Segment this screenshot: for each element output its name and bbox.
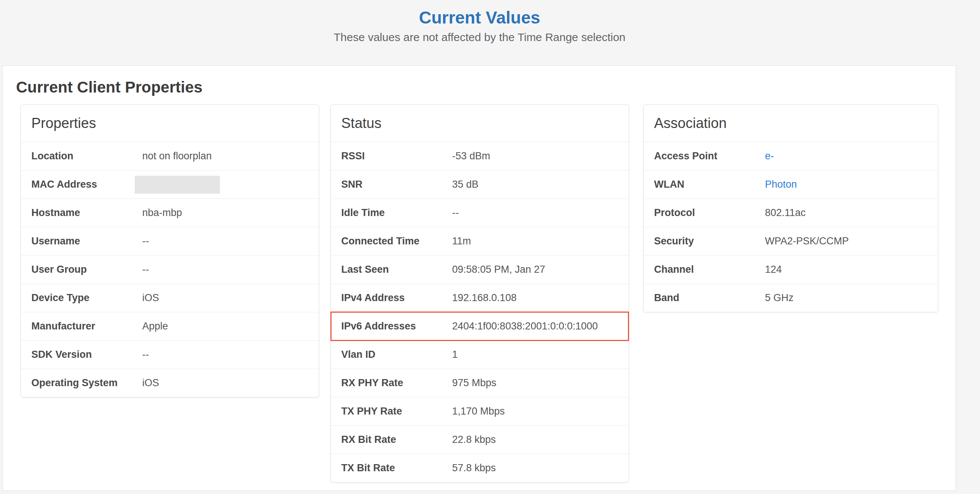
- property-label: User Group: [31, 264, 142, 275]
- property-value: 2404:1f00:8038:2001:0:0:0:1000: [452, 321, 598, 332]
- property-label: Hostname: [31, 207, 142, 219]
- property-label: Username: [31, 235, 142, 247]
- panel-title-association: Association: [644, 105, 938, 142]
- property-label: RX Bit Rate: [341, 434, 452, 445]
- property-label: Security: [654, 235, 765, 247]
- property-label: Operating System: [31, 377, 142, 389]
- property-label: SNR: [341, 179, 452, 190]
- property-row-vlan-id: Vlan ID1: [331, 341, 629, 369]
- property-label: IPv6 Addresses: [341, 321, 452, 332]
- property-label: Last Seen: [341, 264, 452, 275]
- property-label: WLAN: [654, 179, 765, 190]
- card-heading: Current Client Properties: [16, 78, 956, 96]
- property-value: iOS: [142, 377, 159, 389]
- property-row-ipv6-addresses: IPv6 Addresses2404:1f00:8038:2001:0:0:0:…: [331, 312, 629, 341]
- panel-title-properties: Properties: [21, 105, 319, 142]
- property-row-snr: SNR35 dB: [331, 170, 629, 199]
- property-row-security: SecurityWPA2-PSK/CCMP: [644, 227, 938, 256]
- property-value: 1: [452, 349, 458, 361]
- property-row-protocol: Protocol802.11ac: [644, 199, 938, 227]
- property-value: iOS: [142, 292, 159, 304]
- property-label: Manufacturer: [31, 321, 142, 332]
- page-subtitle: These values are not affected by the Tim…: [2, 31, 957, 44]
- property-row-rx-bit-rate: RX Bit Rate22.8 kbps: [331, 426, 629, 454]
- page-header: Current Values These values are not affe…: [2, 0, 957, 44]
- property-label: Idle Time: [341, 207, 452, 219]
- property-row-access-point: Access Pointe-: [644, 142, 938, 170]
- panel-association: AssociationAccess Pointe-WLANPhotonProto…: [643, 105, 938, 312]
- property-label: SDK Version: [31, 349, 142, 361]
- property-row-idle-time: Idle Time--: [331, 199, 629, 227]
- property-value: 11m: [452, 235, 471, 247]
- property-row-connected-time: Connected Time11m: [331, 227, 629, 256]
- property-value-link[interactable]: Photon: [765, 179, 797, 190]
- property-row-user-group: User Group--: [21, 256, 319, 284]
- property-row-manufacturer: ManufacturerApple: [21, 312, 319, 341]
- property-row-band: Band5 GHz: [644, 284, 938, 312]
- panels-container: PropertiesLocationnot on floorplanMAC Ad…: [21, 105, 938, 483]
- property-label: Connected Time: [341, 235, 452, 247]
- property-label: RSSI: [341, 150, 452, 162]
- property-row-location: Locationnot on floorplan: [21, 142, 319, 170]
- property-value: 124: [765, 264, 782, 275]
- property-value-link[interactable]: e-: [765, 150, 774, 162]
- property-value: 09:58:05 PM, Jan 27: [452, 264, 545, 275]
- property-label: Vlan ID: [341, 349, 452, 361]
- panel-status: StatusRSSI-53 dBmSNR35 dBIdle Time--Conn…: [330, 105, 629, 483]
- property-value: 57.8 kbps: [452, 462, 496, 474]
- property-label: Protocol: [654, 207, 765, 219]
- property-row-last-seen: Last Seen09:58:05 PM, Jan 27: [331, 256, 629, 284]
- property-row-operating-system: Operating SystemiOS: [21, 369, 319, 397]
- property-value: 192.168.0.108: [452, 292, 517, 304]
- property-row-mac-address: MAC Address: [21, 170, 319, 199]
- property-label: TX PHY Rate: [341, 405, 452, 417]
- page-title: Current Values: [2, 8, 957, 27]
- property-row-tx-phy-rate: TX PHY Rate1,170 Mbps: [331, 397, 629, 426]
- property-row-username: Username--: [21, 227, 319, 256]
- panel-title-status: Status: [331, 105, 629, 142]
- property-value: --: [142, 264, 149, 275]
- property-label: Channel: [654, 264, 765, 275]
- property-row-wlan: WLANPhoton: [644, 170, 938, 199]
- property-value: 802.11ac: [765, 207, 806, 219]
- property-row-hostname: Hostnamenba-mbp: [21, 199, 319, 227]
- property-label: TX Bit Rate: [341, 462, 452, 474]
- property-row-sdk-version: SDK Version--: [21, 341, 319, 369]
- property-label: Location: [31, 150, 142, 162]
- property-value: 975 Mbps: [452, 377, 496, 389]
- property-label: MAC Address: [31, 179, 142, 190]
- property-value: 22.8 kbps: [452, 434, 496, 445]
- panel-properties: PropertiesLocationnot on floorplanMAC Ad…: [21, 105, 319, 397]
- property-label: Device Type: [31, 292, 142, 304]
- property-label: RX PHY Rate: [341, 377, 452, 389]
- property-value: 35 dB: [452, 179, 479, 190]
- property-value: not on floorplan: [142, 150, 212, 162]
- property-value: WPA2-PSK/CCMP: [765, 235, 849, 247]
- property-row-channel: Channel124: [644, 256, 938, 284]
- property-row-rx-phy-rate: RX PHY Rate975 Mbps: [331, 369, 629, 397]
- property-row-tx-bit-rate: TX Bit Rate57.8 kbps: [331, 454, 629, 482]
- property-value: --: [142, 235, 149, 247]
- property-label: IPv4 Address: [341, 292, 452, 304]
- property-row-ipv4-address: IPv4 Address192.168.0.108: [331, 284, 629, 312]
- property-value: 5 GHz: [765, 292, 794, 304]
- property-value: Apple: [142, 321, 168, 332]
- current-client-properties-card: Current Client Properties PropertiesLoca…: [2, 65, 956, 491]
- redacted-value-block: [135, 176, 220, 194]
- property-label: Band: [654, 292, 765, 304]
- property-value: 1,170 Mbps: [452, 405, 505, 417]
- property-value: -53 dBm: [452, 150, 490, 162]
- property-value: nba-mbp: [142, 207, 182, 219]
- property-row-rssi: RSSI-53 dBm: [331, 142, 629, 170]
- property-value: --: [452, 207, 459, 219]
- property-value: --: [142, 349, 149, 361]
- property-row-device-type: Device TypeiOS: [21, 284, 319, 312]
- property-label: Access Point: [654, 150, 765, 162]
